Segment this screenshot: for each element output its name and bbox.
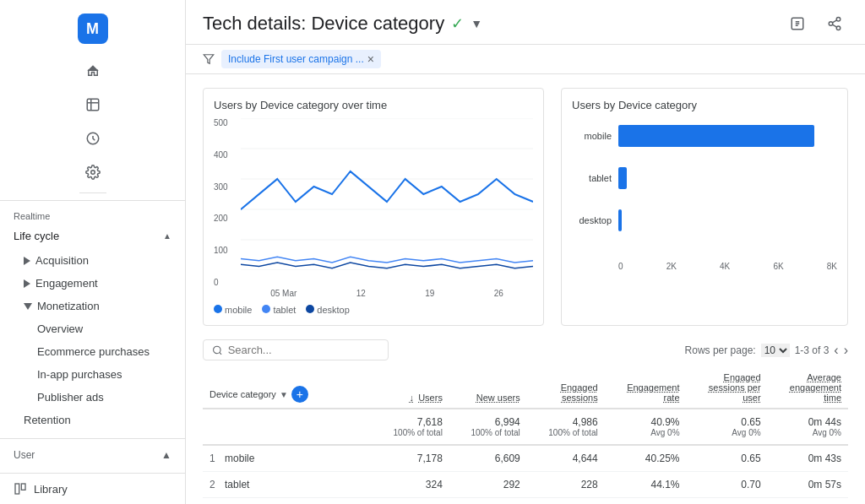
ecommerce-label: Ecommerce purchases (37, 345, 150, 358)
sidebar-item-library[interactable]: Library (0, 473, 185, 504)
col-header-new-users[interactable]: New users (449, 367, 527, 409)
bar-row-desktop: desktop (572, 209, 837, 231)
search-box[interactable] (203, 339, 389, 360)
row2-engaged-per-user: 0.70 (687, 472, 768, 498)
sidebar-item-monetization[interactable]: Monetization (0, 295, 178, 317)
bar-fill-mobile (618, 125, 814, 147)
prev-page-button[interactable]: ‹ (834, 343, 838, 358)
x-axis-labels: 05 Mar 12 19 26 (214, 289, 533, 298)
row2-users: 324 (372, 472, 449, 498)
row1-engaged-sessions: 4,644 (527, 445, 605, 472)
col-device-filter-icon[interactable]: ▼ (280, 390, 288, 399)
svg-line-15 (832, 20, 836, 23)
row3-engaged-sessions: 94 (527, 498, 605, 505)
rows-per-page-control: Rows per page: 10 25 50 1-3 of 3 ‹ › (685, 343, 848, 358)
sidebar-item-acquisition[interactable]: Acquisition (0, 249, 178, 272)
row2-device: 2 tablet (203, 472, 372, 498)
col-header-device: Device category ▼ + (203, 367, 372, 409)
inapp-label: In-app purchases (37, 368, 122, 381)
triangle-icon (24, 279, 30, 288)
bar-x-axis: 0 2K 4K 6K 8K (572, 262, 837, 271)
page-title: Tech details: Device category ✓ ▼ (203, 13, 482, 35)
table-row: 2 tablet 324 292 228 44.1% 0.70 0m 57s (203, 472, 848, 498)
nav-home-icon[interactable] (79, 57, 106, 84)
sidebar-item-inapp-purchases[interactable]: In-app purchases (0, 363, 178, 386)
edit-report-icon[interactable] (784, 10, 811, 37)
filter-chip-text: Include First user campaign ... (228, 53, 364, 65)
svg-point-4 (90, 171, 95, 175)
add-column-button[interactable]: + (291, 386, 308, 403)
monetization-label: Monetization (37, 300, 100, 312)
col-device-label: Device category (209, 389, 276, 399)
sidebar-item-overview-monetization[interactable]: Overview (0, 317, 178, 340)
dropdown-icon[interactable]: ▼ (471, 17, 482, 30)
totals-engaged-per-user: 0.65 Avg 0% (687, 409, 768, 445)
col-header-engaged-sessions[interactable]: Engagedsessions (527, 367, 605, 409)
main-body: Users by Device category over time 500 4… (186, 74, 865, 504)
svg-rect-5 (15, 484, 19, 494)
engagement-label: Engagement (35, 277, 98, 290)
row3-engaged-per-user: 0.86 (687, 498, 768, 505)
next-page-button[interactable]: › (844, 343, 848, 358)
publisher-label: Publisher ads (37, 391, 104, 404)
row2-engaged-sessions: 228 (527, 472, 605, 498)
bar-track-desktop (618, 209, 837, 231)
bar-fill-desktop (618, 209, 622, 231)
rows-per-page-select[interactable]: 10 25 50 (761, 344, 790, 357)
sidebar-item-engagement[interactable]: Engagement (0, 272, 178, 295)
bar-track-tablet (618, 167, 837, 189)
triangle-down-icon (24, 303, 32, 310)
y-axis-labels: 500 400 300 200 100 0 (214, 118, 239, 287)
share-icon[interactable] (821, 10, 848, 37)
line-chart-svg (241, 118, 533, 270)
lifecycle-section[interactable]: Life cycle ▲ (0, 225, 185, 247)
library-icon (14, 482, 27, 496)
svg-marker-16 (204, 55, 214, 64)
row3-avg-time: 1m 17s (768, 498, 848, 505)
totals-label (203, 409, 372, 445)
col-header-engaged-per-user[interactable]: Engagedsessions peruser (687, 367, 768, 409)
totals-row: 7,618 100% of total 6,994 100% of total … (203, 409, 848, 445)
col-header-engagement-rate[interactable]: Engagementrate (605, 367, 687, 409)
row1-avg-time: 0m 43s (768, 445, 848, 472)
page-title-text: Tech details: Device category (203, 13, 444, 35)
user-section: User ▲ (0, 444, 185, 466)
bar-label-tablet: tablet (572, 173, 618, 183)
acquisition-label: Acquisition (35, 254, 89, 267)
filter-chip[interactable]: Include First user campaign ... × (221, 50, 381, 68)
sidebar-item-demographics[interactable]: Demographics (0, 466, 178, 473)
legend-tablet: tablet (262, 305, 296, 315)
app-logo: M (78, 14, 108, 44)
row1-device: 1 mobile (203, 445, 372, 472)
filter-close-icon[interactable]: × (367, 52, 374, 66)
bar-chart-area: mobile tablet desktop (572, 118, 837, 258)
row1-engagement-rate: 40.25% (605, 445, 687, 472)
sidebar-item-ecommerce-purchases[interactable]: Ecommerce purchases (0, 340, 178, 363)
col-header-users[interactable]: ↓ Users (372, 367, 449, 409)
sidebar-item-retention[interactable]: Retention (0, 409, 178, 431)
row3-device: 3 desktop (203, 498, 372, 505)
rows-per-page-label: Rows per page: (685, 344, 756, 356)
search-input[interactable] (228, 344, 379, 356)
col-header-avg-engagement[interactable]: Averageengagementtime (768, 367, 848, 409)
legend-mobile: mobile (214, 305, 252, 315)
bar-row-tablet: tablet (572, 167, 837, 189)
retention-label: Retention (24, 414, 71, 426)
legend-desktop: desktop (306, 305, 350, 315)
library-label: Library (34, 483, 68, 496)
row1-users: 7,178 (372, 445, 449, 472)
triangle-icon (24, 257, 30, 265)
table-toolbar: Rows per page: 10 25 50 1-3 of 3 ‹ › (203, 339, 848, 360)
row2-avg-time: 0m 57s (768, 472, 848, 498)
line-chart-title: Users by Device category over time (214, 99, 533, 111)
svg-point-23 (214, 346, 220, 353)
nav-reports-icon[interactable] (79, 91, 106, 118)
nav-settings-icon[interactable] (79, 159, 106, 186)
totals-avg-time: 0m 44s Avg 0% (768, 409, 848, 445)
svg-point-13 (836, 26, 841, 30)
sidebar-item-publisher-ads[interactable]: Publisher ads (0, 386, 178, 409)
nav-explore-icon[interactable] (79, 125, 106, 152)
svg-rect-6 (21, 484, 25, 490)
data-table: Device category ▼ + ↓ Users New users En… (203, 367, 848, 504)
svg-line-14 (832, 24, 836, 27)
